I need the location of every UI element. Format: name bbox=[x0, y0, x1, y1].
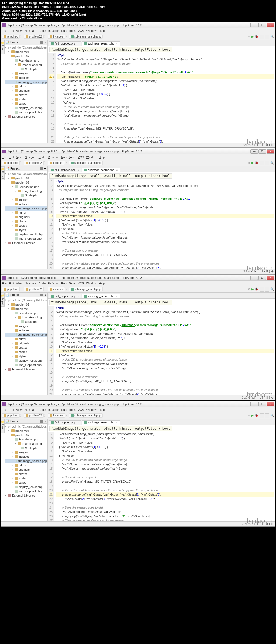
menu-item[interactable]: File bbox=[2, 155, 7, 159]
tree-external[interactable]: ▸External Libraries bbox=[5, 493, 47, 498]
tree-item[interactable]: find_cropped.php bbox=[5, 489, 47, 493]
breadcrumb-item[interactable]: problem02 bbox=[24, 287, 44, 291]
project-tree[interactable]: ▾phpclinic (C:\xampp\htdocs\phpclinic)▸p… bbox=[5, 424, 47, 521]
tree-root[interactable]: ▾phpclinic (C:\xampp\htdocs\phpclinic) bbox=[5, 172, 47, 176]
menu-item[interactable]: Window bbox=[86, 155, 96, 159]
tree-item[interactable]: ▸scaled bbox=[5, 97, 47, 101]
tree-item[interactable]: ▾includes bbox=[5, 202, 47, 206]
breadcrumb-item[interactable]: subimage_search.php bbox=[69, 413, 103, 418]
breadcrumb-item[interactable]: subimage_search.php bbox=[69, 287, 103, 291]
tree-item[interactable]: ▾ImageHandling bbox=[5, 442, 47, 446]
tree-item[interactable]: find_cropped.php bbox=[5, 110, 47, 114]
menu-item[interactable]: Window bbox=[86, 282, 96, 285]
menu-item[interactable]: File bbox=[2, 282, 7, 285]
tool-button[interactable] bbox=[260, 161, 264, 165]
close-tab-icon[interactable]: × bbox=[116, 169, 118, 171]
menu-item[interactable]: VCS bbox=[78, 155, 84, 159]
editor-tabs[interactable]: find_cropped.php×subimage_search.php× bbox=[48, 166, 275, 172]
tree-item[interactable]: ▸originals bbox=[5, 467, 47, 472]
minimize-button[interactable]: — bbox=[250, 276, 258, 280]
tree-item[interactable]: ▾Foundation.php bbox=[5, 58, 47, 63]
breadcrumb-item[interactable]: subimage_search.php bbox=[69, 35, 103, 39]
breadcrumb-item[interactable]: problem02 bbox=[24, 161, 44, 165]
tree-item[interactable]: ▾problem02 bbox=[5, 307, 47, 311]
menu-item[interactable]: Help bbox=[99, 408, 105, 411]
menu-item[interactable]: Refactor bbox=[48, 282, 59, 285]
tool-button[interactable] bbox=[260, 287, 264, 292]
breadcrumb-item[interactable]: includes bbox=[48, 161, 65, 165]
run-toolbar[interactable]: ⟳ ▶ 🐞 🔍 bbox=[248, 287, 274, 292]
collapse-icon[interactable]: ⇥ bbox=[44, 167, 46, 170]
sidebar-header[interactable]: 📑 Project ⇥ bbox=[5, 166, 47, 171]
tree-item[interactable]: ▸originals bbox=[5, 215, 47, 219]
close-tab-icon[interactable]: × bbox=[116, 295, 118, 298]
close-button[interactable]: ✕ bbox=[267, 276, 274, 280]
editor-tab[interactable]: subimage_search.php× bbox=[82, 41, 120, 46]
editor-tab[interactable]: find_cropped.php× bbox=[49, 420, 81, 425]
menu-item[interactable]: Tools bbox=[69, 155, 76, 159]
menu-item[interactable]: View bbox=[16, 282, 23, 285]
code-editor[interactable]: 1234567891011121314151617181920212223242… bbox=[48, 179, 275, 269]
code-content[interactable]: <?php"kw">function findSubImage("var">$l… bbox=[54, 179, 275, 269]
tree-item[interactable]: display_result.php bbox=[5, 106, 47, 110]
tree-item[interactable]: ▸images bbox=[5, 198, 47, 202]
menu-item[interactable]: Navigate bbox=[25, 282, 36, 285]
close-tab-icon[interactable]: × bbox=[77, 169, 79, 171]
tree-item[interactable]: ▸pirated bbox=[5, 219, 47, 223]
tree-item[interactable]: ▸scaled bbox=[5, 476, 47, 480]
tree-item[interactable]: ▸mirror bbox=[5, 84, 47, 89]
menu-item[interactable]: Edit bbox=[9, 282, 14, 285]
tree-item[interactable]: ▸problem01 bbox=[5, 176, 47, 180]
sidebar-header[interactable]: 📑 Project ⇥ bbox=[5, 293, 47, 297]
tree-item[interactable]: ▸images bbox=[5, 324, 47, 328]
menu-item[interactable]: File bbox=[2, 408, 7, 411]
project-tool-tab[interactable]: 📁 Project bbox=[1, 40, 5, 54]
breadcrumb-item[interactable]: subimage_search.php bbox=[69, 161, 103, 165]
menu-item[interactable]: Refactor bbox=[48, 408, 59, 411]
tree-item[interactable]: display_result.php bbox=[5, 358, 47, 363]
maximize-button[interactable]: ☐ bbox=[258, 402, 266, 406]
tree-item[interactable]: ▸pirated bbox=[5, 472, 47, 476]
menu-item[interactable]: Help bbox=[99, 155, 105, 159]
menu-item[interactable]: VCS bbox=[78, 408, 84, 411]
code-content[interactable]: <?php"kw">function findSubImage("var">$l… bbox=[56, 53, 275, 143]
tree-item[interactable]: ▾Foundation.php bbox=[5, 185, 47, 189]
tree-item[interactable]: Scale.php bbox=[5, 446, 47, 450]
collapse-icon[interactable]: ⇥ bbox=[44, 293, 46, 297]
tree-external[interactable]: ▸External Libraries bbox=[5, 241, 47, 245]
close-button[interactable]: ✕ bbox=[267, 149, 274, 154]
tree-item[interactable]: find_cropped.php bbox=[5, 363, 47, 367]
menubar[interactable]: FileEditViewNavigateCodeRefactorRunTools… bbox=[1, 281, 275, 286]
menu-item[interactable]: Code bbox=[39, 282, 46, 285]
tree-item[interactable]: ▾includes bbox=[5, 455, 47, 459]
gear-icon[interactable] bbox=[40, 294, 43, 296]
breadcrumb[interactable]: phpclinic〉problem02〉includes〉subimage_se… bbox=[2, 35, 247, 39]
editor-tab[interactable]: find_cropped.php× bbox=[49, 294, 81, 298]
close-tab-icon[interactable]: × bbox=[77, 295, 79, 298]
menubar[interactable]: FileEditViewNavigateCodeRefactorRunTools… bbox=[1, 154, 275, 160]
menu-item[interactable]: Help bbox=[99, 282, 105, 285]
tree-item[interactable]: ▸styles bbox=[5, 228, 47, 232]
tree-item[interactable]: ▸mirror bbox=[5, 337, 47, 341]
editor-tab[interactable]: find_cropped.php× bbox=[49, 168, 81, 172]
menu-item[interactable]: File bbox=[2, 29, 7, 32]
menu-item[interactable]: Refactor bbox=[48, 155, 59, 159]
tree-item[interactable]: subimage_search.php bbox=[5, 459, 47, 463]
close-button[interactable]: ✕ bbox=[267, 402, 274, 406]
tree-root[interactable]: ▾phpclinic (C:\xampp\htdocs\phpclinic) bbox=[5, 298, 47, 302]
close-tab-icon[interactable]: × bbox=[77, 42, 79, 45]
editor-tab[interactable]: subimage_search.php× bbox=[82, 168, 120, 172]
menu-item[interactable]: Window bbox=[86, 408, 96, 411]
tree-item[interactable]: ▸mirror bbox=[5, 463, 47, 467]
close-button[interactable]: ✕ bbox=[267, 23, 274, 27]
tree-item[interactable]: find_cropped.php bbox=[5, 236, 47, 241]
breadcrumb-item[interactable]: phpclinic bbox=[2, 413, 20, 418]
menu-item[interactable]: Navigate bbox=[25, 408, 36, 411]
menu-item[interactable]: Run bbox=[61, 155, 67, 159]
tree-item[interactable]: ▸problem01 bbox=[5, 429, 47, 433]
tree-item[interactable]: subimage_search.php bbox=[5, 206, 47, 211]
minimize-button[interactable]: — bbox=[250, 402, 258, 406]
menu-item[interactable]: Run bbox=[61, 29, 67, 32]
tree-item[interactable]: ▸styles bbox=[5, 101, 47, 106]
minimize-button[interactable]: — bbox=[250, 149, 258, 154]
